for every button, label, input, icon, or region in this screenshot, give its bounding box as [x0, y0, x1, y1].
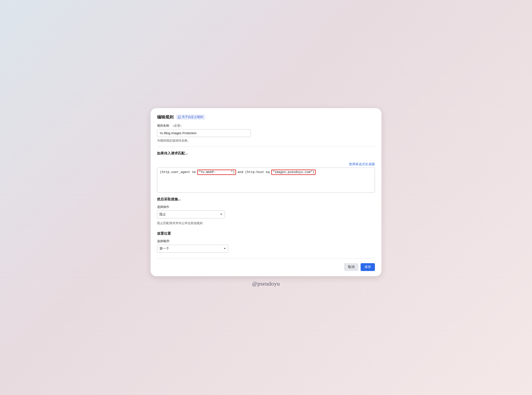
watermark: @pseudoyu	[252, 280, 280, 287]
expression-textarea[interactable]: (http.user_agent ne "Yu-WebP- ") and (ht…	[157, 168, 375, 193]
chevron-down-icon	[220, 214, 222, 215]
about-custom-rules-label: 关于自定义规则	[182, 115, 203, 119]
edit-rule-panel: 编辑规则 关于自定义规则 规则名称（必需） 为规则指定描述性名称。 如果传入请求…	[151, 108, 381, 276]
resize-handle-icon: ⌟	[373, 188, 374, 192]
chevron-down-icon	[224, 248, 226, 249]
panel-header: 编辑规则 关于自定义规则	[157, 114, 375, 120]
highlight-host: "images.pseudoyu.com")	[271, 170, 316, 175]
highlight-user-agent: "Yu-WebP- ")	[197, 170, 236, 175]
placement-select-label: 选择顺序:	[157, 239, 375, 243]
rule-name-helper: 为规则指定描述性名称。	[157, 139, 375, 143]
book-icon	[178, 115, 181, 119]
footer-actions: 取消 保存	[157, 263, 375, 271]
divider	[157, 147, 375, 147]
rule-name-section: 规则名称（必需） 为规则指定描述性名称。	[157, 124, 375, 143]
save-button[interactable]: 保存	[361, 263, 375, 271]
cancel-button[interactable]: 取消	[344, 263, 358, 271]
placement-select[interactable]: 第一个	[157, 245, 228, 252]
expression-builder-link[interactable]: 使用表达式生成器	[349, 162, 375, 166]
action-helper: 阻止匹配请求并停止评估其他规则	[157, 221, 375, 225]
action-select-label: 选择操作	[157, 205, 375, 209]
builder-link-row: 使用表达式生成器	[157, 162, 375, 166]
rule-name-label: 规则名称（必需）	[157, 124, 375, 128]
page-title: 编辑规则	[157, 114, 174, 120]
expression-content: (http.user_agent ne "Yu-WebP- ") and (ht…	[160, 170, 372, 175]
rule-name-input[interactable]	[157, 129, 251, 137]
match-section-title: 如果传入请求匹配...	[157, 151, 375, 156]
placement-select-value: 第一个	[159, 247, 169, 251]
action-section-title: 然后采取措施...	[157, 197, 375, 202]
action-select[interactable]: 阻止	[157, 210, 225, 218]
about-custom-rules-link[interactable]: 关于自定义规则	[176, 115, 205, 120]
placement-section-title: 放置位置	[157, 231, 375, 236]
action-select-value: 阻止	[159, 212, 166, 216]
divider	[157, 258, 375, 258]
